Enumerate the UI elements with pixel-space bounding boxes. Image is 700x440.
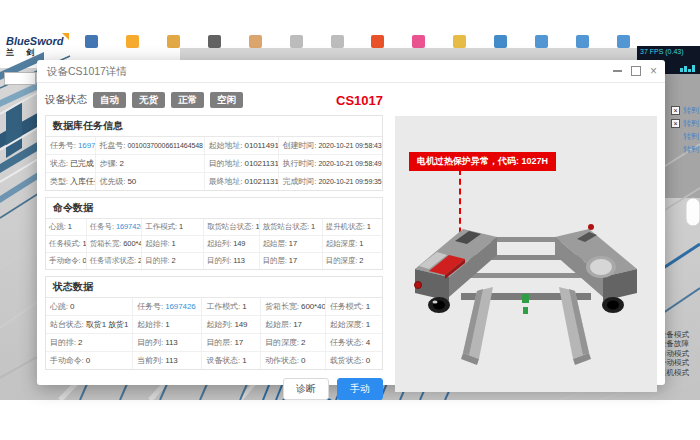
- checkbox-icon[interactable]: [671, 119, 680, 128]
- device-status-row: 设备状态 自动 无货 正常 空闲 CS1017: [45, 91, 383, 109]
- field-label: 任务状态:: [330, 338, 366, 347]
- logo-text: BlueSword: [6, 36, 63, 47]
- field-value: 149: [233, 239, 245, 248]
- field-label: 起始列:: [206, 320, 234, 329]
- field-label: 载货状态:: [330, 356, 366, 365]
- field-label: 手动命令:: [49, 256, 83, 265]
- field-value: 1: [242, 302, 246, 311]
- field-目的排: 目的排: 2: [142, 253, 204, 270]
- field-label: 工作模式:: [145, 222, 179, 231]
- cargo-icon[interactable]: [453, 35, 466, 48]
- field-value: 2020-10-21 09:58:43: [319, 142, 382, 149]
- field-动作状态: 动作状态: 0: [261, 352, 326, 370]
- manual-button[interactable]: 手动: [337, 378, 383, 400]
- checkbox-icon[interactable]: [671, 106, 680, 115]
- field-label: 起始深度:: [326, 239, 360, 248]
- goto-link[interactable]: 转到: [683, 118, 699, 129]
- diagnose-button[interactable]: 诊断: [283, 378, 329, 400]
- device-3d-panel[interactable]: 电机过热保护异常，代码: 1027H: [395, 116, 657, 392]
- field-完成时间: 完成时间: 2020-10-21 09:59:35: [278, 173, 382, 191]
- field-value: 50: [127, 177, 136, 186]
- section-status-data: 状态数据 心跳: 0任务号: 1697426工作模式: 1货箱长宽: 600*4…: [45, 276, 383, 370]
- field-label: 取货站台状态:: [207, 222, 255, 231]
- toolbar: [85, 35, 630, 48]
- field-value: 2: [301, 338, 305, 347]
- field-label: 起始排:: [137, 320, 165, 329]
- field-value: 0: [301, 356, 305, 365]
- field-label: 起始层:: [263, 239, 289, 248]
- field-value: 0: [70, 302, 74, 311]
- tag-icon[interactable]: [412, 35, 425, 48]
- field-任务号: 任务号: 1697426: [86, 219, 142, 236]
- search-input[interactable]: [4, 72, 36, 85]
- goto-link[interactable]: 转到: [683, 105, 699, 116]
- field-起始列: 起始列: 149: [204, 236, 260, 253]
- field-value: 取货1 放货1: [86, 320, 128, 329]
- field-起始层: 起始层: 17: [261, 316, 326, 334]
- field-value: 17: [289, 239, 297, 248]
- rack-b-icon[interactable]: [576, 35, 589, 48]
- field-label: 起始深度:: [330, 320, 366, 329]
- section-title: 状态数据: [46, 277, 382, 298]
- operator-icon[interactable]: [249, 35, 262, 48]
- field-货箱长宽: 货箱长宽: 600*400: [86, 236, 142, 253]
- panel-a-icon[interactable]: [290, 35, 303, 48]
- field-状态: 状态: 已完成: [46, 155, 95, 173]
- status-badge: 空闲: [210, 92, 243, 108]
- field-货箱长宽: 货箱长宽: 600*400: [261, 298, 326, 316]
- field-value: 00100370006611464548: [127, 142, 202, 149]
- goto-link-row[interactable]: 转到: [663, 104, 699, 117]
- close-icon[interactable]: ×: [650, 65, 657, 77]
- robot-icon[interactable]: [85, 35, 98, 48]
- command-data-table: 心跳: 1任务号: 1697426工作模式: 1取货站台状态: 1放货站台状态:…: [46, 219, 382, 269]
- field-label: 任务号:: [137, 302, 165, 311]
- goto-link[interactable]: 转到: [683, 131, 699, 142]
- field-目的层: 目的层: 17: [202, 334, 261, 352]
- status-badge: 正常: [171, 92, 204, 108]
- field-value: 2020-10-21 09:58:49: [319, 160, 382, 167]
- field-value: 0: [366, 356, 370, 365]
- field-起始深度: 起始深度: 1: [325, 316, 382, 334]
- field-心跳: 心跳: 0: [46, 298, 133, 316]
- rack-c-icon[interactable]: [617, 35, 630, 48]
- field-起始列: 起始列: 149: [202, 316, 261, 334]
- field-value: 1: [165, 320, 169, 329]
- section-db-task-info: 数据库任务信息 任务号: 1697426托盘号: 001003700066114…: [45, 115, 383, 191]
- field-value: 1: [172, 239, 176, 248]
- field-value: 2: [172, 256, 176, 265]
- field-value: 已完成: [70, 159, 94, 168]
- field-执行时间: 执行时间: 2020-10-21 09:58:49: [278, 155, 382, 173]
- task-number-link[interactable]: 1697426: [116, 222, 142, 231]
- chart-icon[interactable]: [494, 35, 507, 48]
- field-label: 目的地址:: [209, 159, 245, 168]
- magnet-icon[interactable]: [126, 35, 139, 48]
- dialog-title: 设备CS1017详情: [47, 65, 127, 77]
- status-badge: 自动: [93, 92, 126, 108]
- field-value: 600*400: [123, 239, 142, 248]
- field-label: 起始地址:: [209, 141, 245, 150]
- field-value: 1: [179, 222, 183, 231]
- field-当前列: 当前列: 113: [133, 352, 202, 370]
- dialog-titlebar[interactable]: 设备CS1017详情 ×: [37, 60, 665, 83]
- minimize-icon[interactable]: [613, 70, 622, 72]
- field-任务请求状态: 任务请求状态: 2: [86, 253, 142, 270]
- goto-link-row[interactable]: 转到: [663, 130, 699, 143]
- field-label: 步骤:: [100, 159, 120, 168]
- field-任务号: 任务号: 1697426: [46, 137, 95, 155]
- goto-link-row[interactable]: 转到: [663, 117, 699, 130]
- device-code: CS1017: [336, 93, 383, 108]
- field-value: 1: [366, 320, 370, 329]
- section-title: 命令数据: [46, 198, 382, 219]
- task-number-link[interactable]: 1697426: [78, 141, 95, 150]
- goto-link[interactable]: 转到: [683, 144, 699, 155]
- maximize-icon[interactable]: [631, 66, 641, 76]
- forklift-icon[interactable]: [167, 35, 180, 48]
- goto-link-row[interactable]: 转到: [663, 143, 699, 156]
- task-number-link[interactable]: 1697426: [165, 302, 195, 311]
- field-label: 站台状态:: [50, 320, 86, 329]
- rack-a-icon[interactable]: [535, 35, 548, 48]
- field-value: 17: [289, 256, 297, 265]
- alarm-icon[interactable]: [371, 35, 384, 48]
- tools-icon[interactable]: [208, 35, 221, 48]
- panel-b-icon[interactable]: [331, 35, 344, 48]
